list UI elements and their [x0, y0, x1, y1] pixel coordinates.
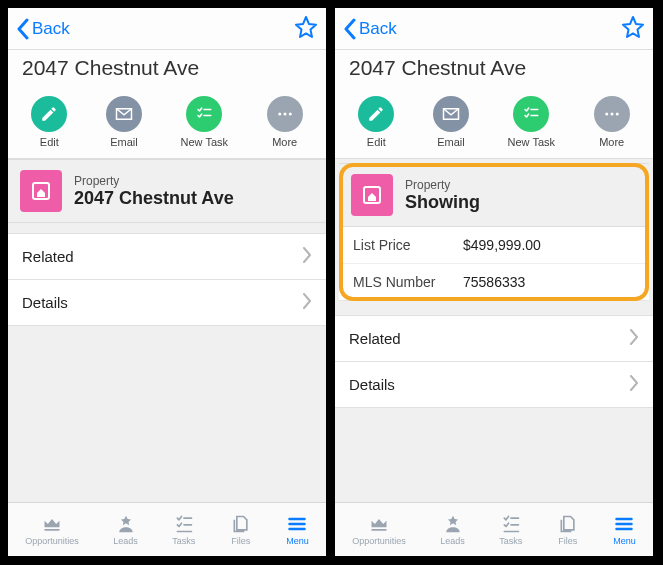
tabbar: Opportunities Leads Tasks Files Menu — [8, 502, 326, 556]
navbar: Back — [335, 8, 653, 50]
property-card-text: Property Showing — [405, 178, 480, 213]
details-item[interactable]: Details — [8, 280, 326, 326]
tab-opportunities[interactable]: Opportunities — [352, 514, 406, 546]
star-icon — [294, 15, 318, 39]
tab-label: Menu — [286, 536, 309, 546]
newtask-action[interactable]: New Task — [508, 96, 555, 148]
listprice-label: List Price — [353, 237, 463, 253]
listprice-row: List Price $499,999.00 — [339, 227, 649, 263]
favorite-button[interactable] — [294, 15, 318, 43]
newtask-action[interactable]: New Task — [181, 96, 228, 148]
tab-label: Opportunities — [352, 536, 406, 546]
tab-label: Leads — [113, 536, 138, 546]
checklist-icon — [186, 96, 222, 132]
newtask-label: New Task — [508, 136, 555, 148]
files-icon — [230, 514, 252, 534]
tab-leads[interactable]: Leads — [113, 514, 138, 546]
more-icon — [594, 96, 630, 132]
content-spacer — [8, 326, 326, 502]
content-spacer — [335, 408, 653, 502]
envelope-icon — [106, 96, 142, 132]
property-icon — [351, 174, 393, 216]
details-item[interactable]: Details — [335, 362, 653, 408]
property-label: Property — [405, 178, 480, 192]
tab-label: Tasks — [172, 536, 195, 546]
edit-label: Edit — [367, 136, 386, 148]
property-icon — [20, 170, 62, 212]
tab-label: Opportunities — [25, 536, 79, 546]
person-star-icon — [115, 514, 137, 534]
chevron-left-icon — [16, 18, 30, 40]
more-action[interactable]: More — [594, 96, 630, 148]
star-icon — [621, 15, 645, 39]
tab-leads[interactable]: Leads — [440, 514, 465, 546]
related-label: Related — [22, 248, 74, 265]
envelope-icon — [433, 96, 469, 132]
page-title: 2047 Chestnut Ave — [8, 50, 326, 90]
tab-files[interactable]: Files — [230, 514, 252, 546]
back-label: Back — [359, 19, 397, 39]
property-value: Showing — [405, 192, 480, 213]
email-action[interactable]: Email — [106, 96, 142, 148]
listprice-value: $499,999.00 — [463, 237, 541, 253]
tab-label: Tasks — [499, 536, 522, 546]
property-card[interactable]: Property Showing — [339, 163, 649, 227]
tabbar: Opportunities Leads Tasks Files Menu — [335, 502, 653, 556]
property-card-text: Property 2047 Chestnut Ave — [74, 174, 234, 209]
highlight-annotation: Property Showing List Price $499,999.00 … — [339, 163, 649, 301]
chevron-right-icon — [629, 375, 639, 394]
edit-action[interactable]: Edit — [31, 96, 67, 148]
more-action[interactable]: More — [267, 96, 303, 148]
details-label: Details — [349, 376, 395, 393]
back-button[interactable]: Back — [16, 18, 70, 40]
person-star-icon — [442, 514, 464, 534]
svg-point-6 — [615, 113, 618, 116]
svg-point-1 — [283, 113, 286, 116]
tab-menu[interactable]: Menu — [286, 514, 309, 546]
details-label: Details — [22, 294, 68, 311]
chevron-left-icon — [343, 18, 357, 40]
tasks-icon — [173, 514, 195, 534]
tab-label: Leads — [440, 536, 465, 546]
chevron-right-icon — [629, 329, 639, 348]
tab-tasks[interactable]: Tasks — [499, 514, 522, 546]
tasks-icon — [500, 514, 522, 534]
phone-screen-left: Back 2047 Chestnut Ave Edit Email — [7, 7, 327, 557]
tab-tasks[interactable]: Tasks — [172, 514, 195, 546]
tab-label: Files — [231, 536, 250, 546]
property-fields: List Price $499,999.00 MLS Number 755863… — [339, 227, 649, 301]
back-label: Back — [32, 19, 70, 39]
action-bar: Edit Email New Task More — [335, 90, 653, 159]
more-label: More — [272, 136, 297, 148]
tab-files[interactable]: Files — [557, 514, 579, 546]
pencil-icon — [31, 96, 67, 132]
back-button[interactable]: Back — [343, 18, 397, 40]
edit-action[interactable]: Edit — [358, 96, 394, 148]
newtask-label: New Task — [181, 136, 228, 148]
property-value: 2047 Chestnut Ave — [74, 188, 234, 209]
files-icon — [557, 514, 579, 534]
chevron-right-icon — [302, 247, 312, 266]
svg-point-0 — [278, 113, 281, 116]
menu-icon — [286, 514, 308, 534]
crown-icon — [368, 514, 390, 534]
mls-label: MLS Number — [353, 274, 463, 290]
related-item[interactable]: Related — [8, 233, 326, 280]
related-item[interactable]: Related — [335, 315, 653, 362]
property-card[interactable]: Property 2047 Chestnut Ave — [8, 159, 326, 223]
svg-point-5 — [610, 113, 613, 116]
email-label: Email — [437, 136, 465, 148]
mls-row: MLS Number 75586333 — [339, 263, 649, 300]
tab-menu[interactable]: Menu — [613, 514, 636, 546]
action-bar: Edit Email New Task More — [8, 90, 326, 159]
tab-opportunities[interactable]: Opportunities — [25, 514, 79, 546]
more-icon — [267, 96, 303, 132]
edit-label: Edit — [40, 136, 59, 148]
mls-value: 75586333 — [463, 274, 525, 290]
property-label: Property — [74, 174, 234, 188]
email-action[interactable]: Email — [433, 96, 469, 148]
email-label: Email — [110, 136, 138, 148]
chevron-right-icon — [302, 293, 312, 312]
favorite-button[interactable] — [621, 15, 645, 43]
related-label: Related — [349, 330, 401, 347]
